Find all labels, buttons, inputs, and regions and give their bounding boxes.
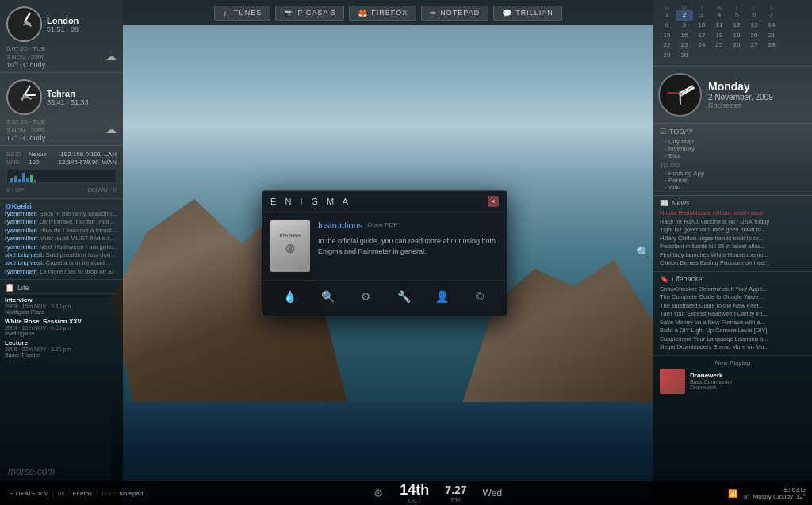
tehran-coords: 35.41 · 51.33 — [47, 98, 89, 106]
bottom-right-area: 📶 E: 63 G 8° Mostly Cloudy 12° — [728, 486, 806, 500]
cal-day-15: 15 — [658, 31, 676, 41]
now-playing-info: Dronewerk Bass Communion Dronewerk — [690, 372, 733, 390]
network-stats: 0 · UP DOWN · 0 — [6, 186, 117, 193]
ssid-value: Nexus — [29, 151, 47, 158]
news-item-2: Tight NJ governor's race goes down to... — [660, 226, 806, 235]
topbar-btn-notepad[interactable]: ✏NOTEPAD — [421, 6, 488, 21]
life-icon: 📋 — [5, 283, 14, 292]
life-widget: 📋 Life Interview 2009 · 15th NOV · 3.30 … — [0, 280, 123, 364]
cal-day-5: 5 — [728, 10, 745, 21]
lh-item-1: SnowChecker Determines If Your Appli... — [660, 285, 806, 294]
enigma-pdf-link[interactable]: Open PDF — [367, 221, 397, 228]
calendar-header-row: S M T W T F S — [658, 5, 807, 10]
time-ampm: PM — [445, 496, 466, 503]
cal-hdr-s2: S — [763, 5, 780, 10]
cal-day-14: 14 — [763, 21, 780, 31]
enigma-text-area: Instructions Open PDF In the official gu… — [318, 220, 499, 272]
topbar-btn-trillian[interactable]: 💬TRILLIAN — [493, 6, 562, 21]
wifi-label: WiFi — [6, 159, 25, 166]
notepad-label[interactable]: Notepad — [119, 490, 143, 497]
bottom-time: 7.27 — [445, 484, 466, 496]
tehran-dateline: 3.37.20 · TUE — [6, 118, 45, 125]
cal-day-26: 26 — [728, 40, 745, 51]
book-symbol: ⊗ — [285, 241, 296, 256]
enigma-content: ENIGMA ⊗ Instructions Open PDF In the of… — [262, 212, 507, 280]
net-bar-3 — [18, 179, 21, 182]
life-item-1: Interview 2009 · 15th NOV · 3.30 pm Nort… — [5, 296, 118, 315]
news-highlight[interactable]: House Republicans roll out health insur — [660, 209, 806, 216]
life-item-1-title: Interview — [5, 296, 118, 304]
chat-widget: @Kaelri ryanemiller: Back in the rainy s… — [0, 199, 123, 280]
cal-day-25: 25 — [710, 40, 728, 51]
enigma-nav-icons: 💧 🔍 ⚙ 🔧 👤 © — [262, 280, 507, 316]
now-playing-artist: Dronewerk — [690, 384, 733, 390]
enigma-description: In the official guide, you can read more… — [318, 236, 499, 256]
calendar-widget: S M T W T F S 1 2 3 4 5 6 7 8 9 10 11 12… — [653, 0, 812, 67]
network-wifi-row: WiFi 100 12.345.678.90 WAN — [6, 159, 117, 166]
life-item-1-date: 2009 · 15th NOV · 3.30 pm — [5, 304, 118, 309]
news-item-6: Clinton Denies Easing Pressure on Iree..… — [660, 259, 806, 268]
london-date2: 3 NOV · 2009 — [6, 54, 45, 61]
gear-icon[interactable]: ⚙ — [373, 487, 384, 499]
chat-line-8: ryanemiller: 13 more rolls to drop off a… — [5, 268, 118, 276]
search-icon[interactable]: 🔍 — [636, 246, 649, 258]
chat-line-6: sixthbrightest: Said president has done.… — [5, 251, 118, 259]
enigma-titlebar: E N I G M A × — [262, 191, 507, 212]
tehran-city: Tehran — [47, 89, 89, 98]
cal-day-16: 16 — [676, 31, 693, 41]
bottom-weather: E: 63 G 8° Mostly Cloudy 12° — [744, 486, 806, 500]
watermark: morse.com — [8, 466, 55, 477]
date-month: OCT — [400, 497, 429, 504]
tehran-info: Tehran 35.41 · 51.33 — [47, 89, 89, 106]
big-clock-face — [658, 73, 702, 117]
cal-day-20: 20 — [745, 31, 763, 41]
mac-label: 12.345.678.90 — [58, 159, 98, 166]
todo-item-3: Wiki — [660, 184, 806, 191]
cal-hdr-t2: T — [728, 5, 745, 10]
net-label: NET: — [57, 491, 69, 496]
ip-type: LAN — [104, 151, 117, 158]
life-item-3-title: Lecture — [5, 339, 118, 346]
firefox-label[interactable]: Firefox — [73, 490, 92, 497]
london-temp: 10° · Cloudy — [6, 61, 45, 69]
life-item-2-loc: #writingame — [5, 331, 118, 336]
life-header: 📋 Life — [5, 283, 118, 294]
items-size: 8 M — [38, 490, 48, 497]
todo-item-2: Permit — [660, 177, 806, 184]
calendar-week-2: 8 9 10 11 12 13 14 — [658, 21, 807, 31]
cal-day-3: 3 — [693, 10, 710, 21]
enigma-nav-settings[interactable]: ⚙ — [354, 285, 377, 308]
now-playing-widget: Now Playing Dronewerk Bass Communion Dro… — [653, 356, 812, 397]
top-taskbar: ♪ITUNES📷PICASA 3🦊FIREFOX✏NOTEPAD💬TRILLIA… — [123, 0, 653, 25]
cal-day-18: 18 — [710, 31, 728, 41]
lifehacker-header: 🔖 Lifehacker — [660, 275, 806, 283]
enigma-nav-user[interactable]: 👤 — [431, 285, 453, 308]
enigma-nav-search[interactable]: 🔍 — [316, 285, 339, 308]
up-label: 0 · UP — [6, 186, 24, 193]
enigma-nav-tools[interactable]: 🔧 — [393, 285, 415, 308]
chat-line-2: ryanemiller: Didn't make it to the phot.… — [5, 218, 118, 226]
enigma-nav-copyright[interactable]: © — [469, 285, 491, 308]
now-playing-album: Bass Communion — [690, 379, 733, 384]
enigma-link[interactable]: Instructions — [318, 220, 362, 230]
life-item-3-date: 2009 · 27th NOV · 3.30 pm — [5, 346, 118, 352]
calendar-week-1: 1 2 3 4 5 6 7 — [658, 10, 807, 21]
topbar-btn-picasa[interactable]: 📷PICASA 3 — [275, 6, 344, 21]
bottom-center-area: ⚙ 14th OCT 7.27 PM Wed — [147, 483, 728, 504]
lh-item-3: The Illustrated Guide to the New Firef..… — [660, 302, 806, 311]
topbar-btn-firefox[interactable]: 🦊FIREFOX — [349, 6, 416, 21]
cal-day-21: 21 — [763, 31, 780, 41]
notepad-icon: ✏ — [430, 9, 437, 17]
clock-widget-london: London 51.51 · 08 0.07.20 · TUE 3 NOV · … — [0, 0, 123, 73]
enigma-close-button[interactable]: × — [488, 196, 499, 207]
itunes-icon: ♪ — [223, 9, 228, 17]
mac-type: WAN — [102, 159, 117, 166]
weekday-label: Wed — [483, 488, 502, 499]
now-playing-header: Now Playing — [660, 359, 806, 366]
news-icon: 📰 — [660, 199, 668, 207]
enigma-dialog: E N I G M A × ENIGMA ⊗ Instructions Open… — [262, 190, 508, 316]
big-clock-widget: Monday 2 November, 2009 Rochester — [653, 67, 812, 124]
topbar-btn-itunes[interactable]: ♪ITUNES — [214, 6, 270, 21]
lh-item-5: Save Money on a New Furnace with a... — [660, 319, 806, 327]
enigma-nav-water[interactable]: 💧 — [278, 285, 301, 308]
